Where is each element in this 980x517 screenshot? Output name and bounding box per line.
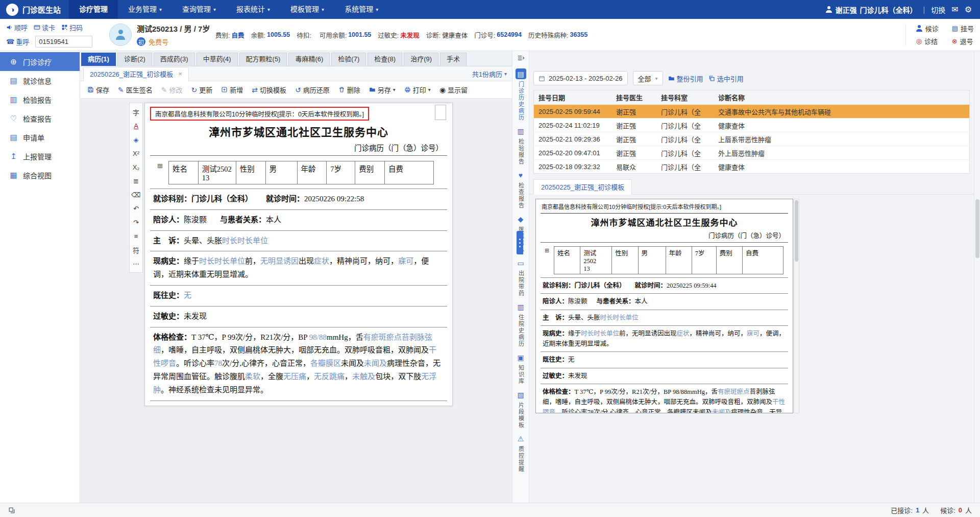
section-aux-exam[interactable]: 辅助检查结果：2025-02-19血细胞分析:淋巴细胞比率 50.00%↑；嗜酸…: [150, 401, 447, 406]
fill-color-tool-icon[interactable]: ◈: [130, 133, 142, 146]
preview-scrollbar[interactable]: [794, 199, 799, 413]
tab-formula-granules[interactable]: 配方颗粒(5): [239, 53, 287, 66]
recall-button[interactable]: ☎重呼: [6, 37, 29, 46]
history-row[interactable]: 2025-02-24 11:02:19 谢正强 门诊儿科（全 健康查体: [534, 118, 969, 132]
call-next-button[interactable]: 顺呼: [6, 22, 28, 32]
tab-herbal-medicine[interactable]: 中草药(4): [197, 53, 238, 66]
modify-button[interactable]: ✎修改: [161, 85, 183, 95]
section-present-illness[interactable]: 现病史：缘于时长时长单位前，无明显诱因出现症状，精神尚可，纳可，寐可，便调，近期…: [150, 251, 447, 286]
strip-item-outpatient-history[interactable]: ▤门诊历史病历: [516, 68, 526, 121]
history-row[interactable]: 2025-02-20 09:47:01 谢正强 门诊儿科（全 外上唇恶性肿瘤: [534, 146, 969, 159]
read-card-button[interactable]: 读卡: [34, 22, 55, 32]
section-chief-complaint[interactable]: 主 诉：头晕、头胀时长时长单位: [150, 231, 447, 252]
sidebar-item-lab-report[interactable]: ▥检验报告: [0, 90, 80, 109]
cancel-number-button[interactable]: ⊗退号: [952, 36, 974, 46]
tab-therapy[interactable]: 治疗(9): [404, 53, 438, 66]
sidebar-item-overview[interactable]: ▦综合视图: [0, 166, 80, 184]
finish-visit-button[interactable]: ◎诊结: [916, 36, 939, 46]
sidebar-item-visit-info[interactable]: ▤就诊信息: [0, 71, 80, 90]
strip-item-discharge-meds[interactable]: ▭出院带药: [516, 257, 526, 297]
register-button[interactable]: ▤挂号: [952, 24, 974, 33]
add-new-button[interactable]: 新增: [221, 85, 243, 95]
menu-clinic-mgmt[interactable]: 诊疗管理: [69, 0, 118, 19]
subscript-tool-icon[interactable]: X₂: [130, 161, 142, 173]
redo-tool-icon[interactable]: ↷: [130, 216, 142, 228]
tab-surgery[interactable]: 手术: [440, 53, 467, 66]
preview-tab[interactable]: 20250225_谢正强_初诊模板: [533, 179, 632, 195]
save-as-button[interactable]: 另存▾: [369, 85, 396, 95]
history-row[interactable]: 2025-02-18 09:32:32 易联众 门诊儿科（全 健康查体: [534, 159, 969, 173]
waiting-list-button[interactable]: 候诊: [916, 24, 939, 33]
strip-item-exam-report[interactable]: ♥检查报告: [516, 170, 526, 209]
switch-template-button[interactable]: ⇄切换模板: [252, 85, 286, 95]
medical-record-page[interactable]: 南京都昌信息科技有限公司10分钟临时授权[提示：0天后本软件授权到期。] 漳州市…: [144, 103, 453, 406]
sidebar-item-exam-report[interactable]: ♡检查报告: [0, 109, 80, 128]
font-tool-icon[interactable]: 字: [130, 106, 142, 118]
table-handle-icon[interactable]: ⊞: [157, 162, 163, 170]
dept-time-line[interactable]: 就诊科别：门诊儿科（全科）就诊时间：20250226 09:22:58: [150, 189, 447, 210]
tab-narcotics[interactable]: 毒麻精(6): [288, 53, 330, 66]
sidebar-item-report-mgmt[interactable]: ↥上报管理: [0, 147, 80, 166]
page-thumbnail[interactable]: [435, 105, 446, 120]
save-button[interactable]: 保存: [87, 85, 109, 95]
layers-icon[interactable]: [8, 507, 15, 514]
history-record-preview[interactable]: 南京都昌信息科技有限公司10分钟临时授权[提示:0天后本软件授权到期。] 漳州市…: [535, 199, 793, 413]
history-row[interactable]: 2025-02-21 09:29:36 谢正强 门诊儿科（全 上唇系带恶性肿瘤: [534, 132, 969, 146]
menu-system-mgmt[interactable]: 系统管理▾: [334, 0, 388, 19]
eraser-tool-icon[interactable]: ⌫: [130, 189, 142, 201]
sidebar-item-request-form[interactable]: ▤申请单: [0, 128, 80, 147]
scrollbar-thumb[interactable]: [975, 199, 979, 258]
doctor-sign-button[interactable]: ✎医生签名: [118, 85, 153, 95]
collapse-panel-icon[interactable]: [517, 54, 525, 62]
panel-scrollbar[interactable]: [974, 51, 980, 503]
superscript-tool-icon[interactable]: X²: [130, 147, 142, 159]
panel-splitter-handle[interactable]: [517, 231, 523, 254]
scrollbar-thumb[interactable]: [795, 200, 798, 262]
current-user[interactable]: 谢正强 门诊儿科（全科）: [826, 5, 917, 15]
align-tool-icon[interactable]: ≣: [130, 175, 142, 187]
print-button[interactable]: 打印▾: [404, 85, 431, 95]
escort-line[interactable]: 陪诊人：陈浚颢与患者关系：本人: [150, 210, 447, 231]
menu-business-mgmt[interactable]: 业务管理▾: [118, 0, 172, 19]
chevron-down-icon: ▾: [428, 87, 431, 92]
list-tool-icon[interactable]: ≡: [130, 230, 142, 242]
strip-item-lab-report[interactable]: ▥检验报告: [516, 126, 526, 165]
more-tools-icon[interactable]: ⋯: [130, 257, 142, 270]
tab-lab-test[interactable]: 检验(7): [331, 53, 366, 66]
strip-item-snippet-template[interactable]: ▧片段模板: [516, 389, 526, 429]
quote-selected-button[interactable]: 选中引用: [708, 74, 744, 83]
show-trace-button[interactable]: ◉显示留: [439, 85, 468, 95]
filter-dropdown[interactable]: 全部▾: [633, 71, 663, 85]
underline-tool-icon[interactable]: A: [130, 120, 142, 132]
symbol-tool-icon[interactable]: 符: [130, 244, 142, 256]
section-physical-exam[interactable]: 体格检查：T 37℃，P 99次/分，R21次/分，BP 98/88mmHg，舌…: [150, 327, 447, 401]
settings-gear-icon[interactable]: ⚙: [965, 5, 972, 14]
date-range-picker[interactable]: 2025-02-13 - 2025-02-26: [533, 71, 628, 85]
strip-item-inpatient-history[interactable]: ▥住院史病历: [516, 301, 526, 347]
history-row[interactable]: 2025-02-25 09:59:44 谢正强 门诊儿科（全 交通事故中公共汽车…: [534, 104, 969, 118]
quote-whole-button[interactable]: 整份引用: [668, 74, 703, 83]
scan-code-button[interactable]: 扫码: [61, 22, 83, 32]
card-number-input[interactable]: [35, 36, 92, 48]
close-icon[interactable]: ×: [178, 70, 182, 78]
tab-diagnosis[interactable]: 诊断(2): [117, 53, 152, 66]
document-tab-current[interactable]: 20250226_谢正强_初诊模板 ×: [83, 67, 189, 81]
tab-exam[interactable]: 检查(8): [368, 53, 402, 66]
switch-user-button[interactable]: 切换: [931, 5, 945, 15]
sidebar-item-clinic-treatment[interactable]: ⊕门诊诊疗: [0, 52, 80, 71]
mail-icon[interactable]: ✉: [951, 5, 958, 14]
delete-button[interactable]: 删除: [338, 85, 360, 95]
menu-query-mgmt[interactable]: 查询管理▾: [172, 0, 226, 19]
section-allergy-history[interactable]: 过敏史：未发现: [150, 307, 447, 327]
undo-tool-icon[interactable]: ↶: [130, 202, 142, 215]
menu-report-stats[interactable]: 报表统计▾: [226, 0, 280, 19]
section-past-history[interactable]: 既往史：无: [150, 286, 447, 307]
tab-western-medicine[interactable]: 西成药(3): [154, 53, 195, 66]
menu-template-mgmt[interactable]: 模板管理▾: [280, 0, 334, 19]
restore-record-button[interactable]: ↺病历还原: [295, 85, 330, 95]
tab-medical-record[interactable]: 病历(1): [81, 53, 116, 66]
strip-item-qc-reminder[interactable]: ⚠质控提醒: [516, 433, 526, 473]
record-count-dropdown[interactable]: 共1份病历▾: [472, 69, 507, 79]
strip-item-knowledge-base[interactable]: ▣知识库: [516, 352, 526, 385]
update-button[interactable]: ↻更新: [191, 85, 213, 95]
